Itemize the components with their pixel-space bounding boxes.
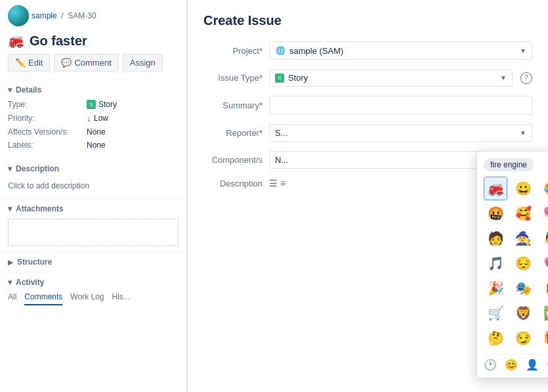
activity-label: Activity (16, 278, 44, 287)
emoji-smiling-face[interactable]: 🥰 (512, 202, 536, 225)
emoji-picker: fire engine ing to find an emoji × 🚒 😀 😂… (476, 151, 548, 378)
emoji-fire-truck[interactable]: 🚒 (484, 177, 507, 200)
emoji-grid: 🚒 😀 😂 🤣 ❤️ 😍 😑 🤬 🥰 💖 🤗 👍 👫 👩 🧑 🧙 👼 ✌️ 🤞 … (484, 177, 548, 350)
description-section: ▾ Description Click to add description (0, 159, 186, 198)
emoji-lantern[interactable]: 🏮 (540, 276, 548, 300)
issue-type-icon: S (275, 74, 284, 83)
reporter-select[interactable]: S... ▼ (269, 124, 532, 142)
emoji-footer-clock-icon[interactable]: 🕐 (484, 359, 497, 371)
details-header[interactable]: ▾ Details (8, 85, 179, 95)
labels-row: Labels: None (8, 141, 179, 150)
activity-caret-icon: ▾ (8, 278, 12, 287)
reporter-value: S... (275, 128, 516, 138)
attachments-label: Attachments (16, 204, 64, 213)
summary-row: Summary* (203, 96, 532, 115)
emoji-gift[interactable]: 🎁 (540, 326, 548, 350)
emoji-footer-person-icon[interactable]: 👤 (526, 359, 539, 371)
issue-title-bar: 🚒 Go faster (0, 32, 186, 54)
emoji-thinking[interactable]: 🤔 (484, 326, 507, 350)
project-link[interactable]: sample (32, 11, 57, 20)
description-hint[interactable]: Click to add description (8, 179, 179, 193)
project-field: 🌐 sample (SAM) ▼ (269, 41, 532, 60)
project-select[interactable]: 🌐 sample (SAM) ▼ (269, 41, 532, 60)
structure-label: Structure (17, 257, 52, 267)
story-icon: S (87, 100, 96, 109)
issue-type-select[interactable]: S Story ▼ (269, 69, 513, 87)
emoji-sad[interactable]: 😔 (512, 251, 536, 275)
attachments-header[interactable]: ▾ Attachments (8, 204, 179, 213)
description-label: Description (16, 164, 59, 173)
emoji-masks[interactable]: 🎭 (512, 276, 536, 300)
details-caret-icon: ▾ (8, 85, 12, 95)
summary-label: Summary* (203, 100, 269, 110)
tab-worklog[interactable]: Work Log (70, 292, 104, 305)
emoji-sparkling-heart[interactable]: 💖 (540, 202, 548, 225)
emoji-search-chip: fire engine (484, 158, 534, 171)
project-row: Project* 🌐 sample (SAM) ▼ (203, 41, 532, 60)
description-header[interactable]: ▾ Description (8, 164, 179, 173)
tab-all[interactable]: All (8, 292, 16, 305)
project-avatar (8, 5, 29, 26)
affects-value: None (87, 127, 106, 137)
summary-field (269, 96, 532, 115)
issue-type-field: S Story ▼ ? (269, 69, 532, 87)
issue-type-dropdown-icon: ▼ (500, 74, 507, 81)
assign-button[interactable]: Assign (123, 54, 163, 72)
emoji-cart[interactable]: 🛒 (484, 301, 507, 325)
summary-input[interactable] (269, 96, 532, 115)
tab-history[interactable]: His... (112, 292, 130, 305)
emoji-party[interactable]: 🎉 (484, 276, 507, 300)
reporter-row: Reporter* S... ▼ (203, 124, 532, 142)
type-label: Type: (8, 100, 87, 109)
reporter-field: S... ▼ (269, 124, 532, 142)
attachment-drop-zone[interactable] (8, 219, 179, 246)
activity-tabs: All Comments Work Log His... (8, 292, 179, 305)
right-panel: Create Issue Project* 🌐 sample (SAM) ▼ I… (188, 0, 548, 392)
left-panel: sample / SAM-30 🚒 Go faster ✏️ Edit 💬 Co… (0, 0, 187, 392)
breadcrumb-text: sample / SAM-30 (32, 11, 96, 20)
priority-row: Priority: ↓ Low (8, 113, 179, 123)
emoji-baby-angel[interactable]: 👼 (540, 227, 548, 250)
emoji-lion[interactable]: 🦁 (512, 301, 536, 325)
emoji-mage[interactable]: 🧙 (512, 227, 536, 250)
emoji-grinning[interactable]: 😀 (512, 177, 536, 200)
details-section: ▾ Details Type: S Story Priority: ↓ Low … (0, 79, 186, 159)
edit-label: Edit (28, 58, 43, 68)
issue-type-row: Issue Type* S Story ▼ ? (203, 69, 532, 87)
activity-section: ▾ Activity All Comments Work Log His... (0, 272, 186, 311)
comment-icon: 💬 (61, 58, 72, 68)
action-buttons: ✏️ Edit 💬 Comment Assign (0, 54, 186, 79)
affects-row: Affects Version/s: None (8, 127, 179, 137)
issue-type-value: Story (288, 73, 496, 83)
emoji-joy[interactable]: 😂 (540, 177, 548, 200)
labels-label: Labels: (8, 141, 87, 150)
emoji-check[interactable]: ✅ (540, 301, 548, 325)
emoji-notes[interactable]: 🎵 (484, 251, 507, 275)
emoji-footer-smile-icon[interactable]: 😊 (505, 359, 518, 371)
edit-icon: ✏️ (15, 58, 26, 68)
emoji-pink-heart[interactable]: 💗 (540, 251, 548, 275)
activity-header[interactable]: ▾ Activity (8, 278, 179, 287)
components-label: Component/s (203, 155, 269, 165)
edit-button[interactable]: ✏️ Edit (8, 54, 50, 72)
issue-title: Go faster (30, 33, 87, 49)
assign-label: Assign (130, 58, 156, 68)
project-value: sample (SAM) (289, 46, 516, 56)
comment-label: Comment (74, 58, 111, 68)
project-label: Project* (203, 46, 269, 56)
priority-label: Priority: (8, 114, 87, 123)
structure-caret-icon: ▶ (8, 259, 13, 266)
emoji-footer: 🕐 😊 👤 🔍 🏷️ 🚗 ❤️ (484, 354, 548, 371)
tab-comments[interactable]: Comments (24, 292, 62, 305)
affects-label: Affects Version/s: (8, 127, 87, 137)
priority-value: ↓ Low (87, 113, 108, 123)
labels-value: None (87, 141, 106, 150)
structure-header[interactable]: ▶ Structure (8, 257, 179, 267)
issue-type-help-icon[interactable]: ? (520, 72, 532, 84)
structure-section: ▶ Structure (0, 251, 186, 272)
emoji-picker-header: fire engine ing to find an emoji × (484, 158, 548, 171)
emoji-person[interactable]: 🧑 (484, 227, 507, 250)
comment-button[interactable]: 💬 Comment (54, 54, 118, 72)
emoji-rage[interactable]: 🤬 (484, 202, 507, 225)
emoji-smirk[interactable]: 😏 (512, 326, 536, 350)
